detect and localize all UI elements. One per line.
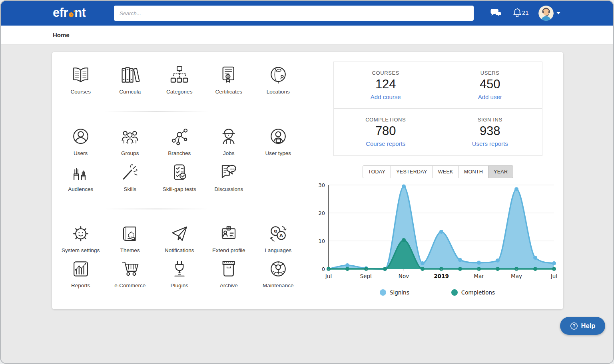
legend-label: Signins [390, 289, 409, 296]
legend-item-signins[interactable]: Signins [380, 289, 409, 296]
stat-title: SIGN INS [438, 117, 542, 123]
menu-item-skills[interactable]: Skills [106, 162, 155, 192]
svg-text:2019: 2019 [434, 273, 449, 279]
menu-item-user-types[interactable]: User types [253, 126, 303, 156]
menu-item-themes[interactable]: Themes [106, 223, 155, 253]
dashboard-panel: CoursesCurriculaCategoriesCertificatesLo… [52, 52, 563, 309]
legend-item-completions[interactable]: Completions [451, 289, 495, 296]
menu-item-label: Branches [168, 150, 191, 156]
stat-card-sign-ins: SIGN INS938Users reports [438, 109, 542, 155]
svg-text:10: 10 [318, 238, 325, 244]
menu-item-e-commerce[interactable]: e-Commerce [106, 258, 155, 288]
stat-card-users: USERS450Add user [438, 62, 542, 109]
menu-item-curricula[interactable]: Curricula [106, 64, 155, 95]
stat-title: COMPLETIONS [334, 117, 438, 123]
messages-button[interactable] [490, 8, 502, 18]
avatar [538, 6, 554, 21]
svg-text:Jul: Jul [325, 273, 332, 279]
menu-item-jobs[interactable]: Jobs [204, 126, 254, 156]
notifications-button[interactable] [512, 8, 522, 18]
menu-item-label: Users [74, 150, 88, 156]
plugins-icon [169, 258, 190, 280]
menu-item-label: Languages [265, 247, 291, 253]
skills-icon [119, 162, 141, 183]
menu-item-discussions[interactable]: Discussions [204, 162, 254, 192]
svg-text:30: 30 [318, 183, 325, 188]
stat-link-add-course[interactable]: Add course [334, 93, 438, 100]
menu-row: UsersGroupsBranchesJobsUser types [56, 126, 303, 156]
stats-grid: COURSES124Add courseUSERS450Add userCOMP… [333, 62, 542, 156]
menu-item-label: System settings [62, 247, 100, 253]
menu-item-label: Maintenance [263, 282, 293, 288]
menu-item-label: Themes [120, 247, 140, 253]
menu-item-maintenance[interactable]: Maintenance [253, 258, 303, 288]
stat-link-course-reports[interactable]: Course reports [334, 140, 438, 147]
maintenance-icon [267, 258, 289, 280]
menu-item-notifications[interactable]: Notifications [155, 223, 204, 253]
menu-item-label: Categories [166, 89, 192, 95]
menu-item-label: Discussions [214, 186, 243, 192]
menu-item-label: e-Commerce [114, 282, 146, 288]
menu-item-certificates[interactable]: Certificates [204, 64, 254, 95]
menu-item-extend-profile[interactable]: Extend profile [204, 223, 254, 253]
menu-item-label: Notifications [165, 247, 194, 253]
notification-count: 21 [522, 9, 529, 16]
discussions-icon [218, 162, 239, 183]
stat-value: 450 [438, 77, 542, 91]
menu-item-branches[interactable]: Branches [155, 126, 204, 156]
stat-value: 124 [334, 77, 438, 91]
legend-dot [451, 289, 458, 296]
legend-label: Completions [461, 289, 495, 296]
logo-o-mark [69, 12, 74, 17]
menu-item-categories[interactable]: Categories [155, 64, 204, 95]
menu-item-locations[interactable]: Locations [253, 64, 303, 95]
menu-item-reports[interactable]: Reports [56, 258, 106, 288]
svg-text:20: 20 [318, 210, 325, 216]
menu-item-languages[interactable]: αALanguages [253, 223, 303, 253]
question-mark-icon [570, 322, 578, 330]
menu-item-audiences[interactable]: Audiences [56, 162, 106, 192]
stat-link-add-user[interactable]: Add user [438, 93, 542, 100]
user-menu-button[interactable] [538, 5, 562, 21]
period-tabs: TODAYYESTERDAYWEEKMONTHYEAR [333, 165, 542, 178]
menu-item-label: Skills [124, 186, 136, 192]
menu-item-skill-gap-tests[interactable]: Skill-gap tests [155, 162, 204, 192]
themes-icon [119, 223, 141, 245]
stat-card-completions: COMPLETIONS780Course reports [334, 109, 438, 155]
tab-month[interactable]: MONTH [459, 165, 488, 178]
tab-year[interactable]: YEAR [488, 165, 513, 178]
audiences-icon [70, 162, 92, 183]
chart-legend: SigninsCompletions [314, 289, 560, 296]
menu-item-groups[interactable]: Groups [106, 126, 155, 156]
help-button[interactable]: Help [560, 317, 605, 335]
menu-item-label: Extend profile [212, 247, 245, 253]
stat-link-users-reports[interactable]: Users reports [438, 140, 542, 147]
user-types-icon [267, 126, 289, 147]
legend-dot [380, 289, 386, 296]
tab-yesterday[interactable]: YESTERDAY [391, 165, 433, 178]
languages-icon: αA [267, 223, 289, 245]
menu-item-system-settings[interactable]: System settings [56, 223, 106, 253]
menu-item-archive[interactable]: Archive [204, 258, 254, 288]
notifications-icon [169, 223, 190, 245]
menu-item-label: Skill-gap tests [163, 186, 196, 192]
svg-text:Nov: Nov [399, 273, 409, 279]
groups-icon [119, 126, 141, 147]
breadcrumb-home[interactable]: Home [53, 26, 70, 45]
menu-row: System settingsThemesNotificationsExtend… [56, 223, 303, 253]
svg-text:May: May [511, 273, 522, 279]
reports-icon [70, 258, 92, 280]
archive-icon [218, 258, 239, 280]
tab-week[interactable]: WEEK [433, 165, 459, 178]
menu-row: Reportse-CommercePluginsArchiveMaintenan… [56, 258, 303, 288]
stat-value: 780 [334, 124, 438, 138]
menu-item-courses[interactable]: Courses [56, 64, 106, 95]
menu-item-users[interactable]: Users [56, 126, 106, 156]
help-label: Help [581, 322, 596, 330]
tab-today[interactable]: TODAY [363, 165, 391, 178]
svg-text:Jul: Jul [550, 273, 557, 279]
breadcrumb-bar: Home [1, 26, 613, 45]
menu-item-plugins[interactable]: Plugins [155, 258, 204, 288]
certificates-icon [218, 64, 239, 86]
search-input[interactable] [114, 6, 474, 21]
